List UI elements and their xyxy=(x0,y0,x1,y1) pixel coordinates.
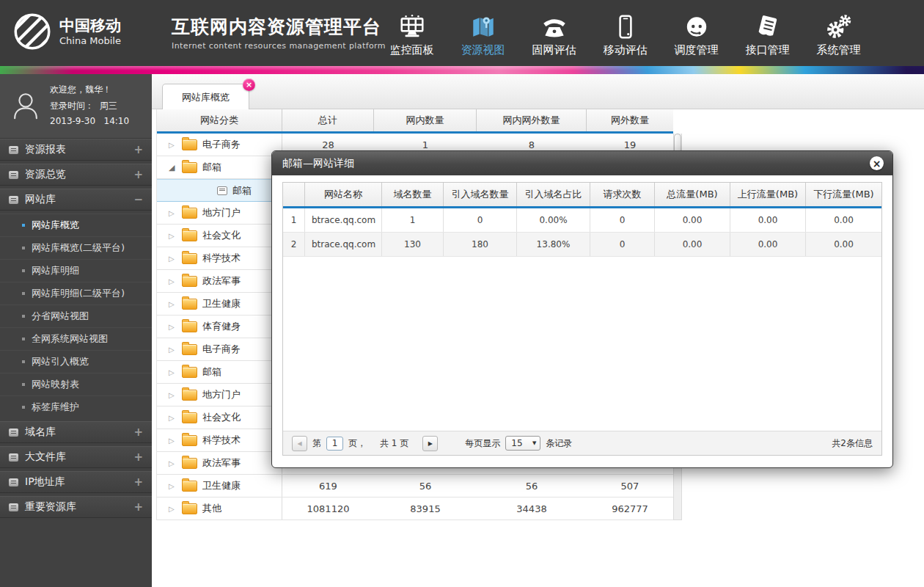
nav-dispatch-management[interactable]: 调度管理 xyxy=(661,7,732,57)
prev-page-button[interactable]: ◀ xyxy=(292,436,307,451)
table-header-row: 网站分类 总计 网内数量 网内网外数量 网外数量 xyxy=(157,109,673,134)
col-header-up-traffic: 上行流量(MB) xyxy=(730,183,806,206)
note-icon xyxy=(9,146,18,154)
close-icon[interactable]: × xyxy=(870,156,884,170)
page-suffix-label: 页， xyxy=(348,437,366,450)
nav-monitor-panel[interactable]: 监控面板 xyxy=(376,7,447,57)
sidebar-group-domain-library[interactable]: 域名库 + xyxy=(0,421,152,443)
user-panel: 欢迎您，魏华！ 登录时间： 周三 2013-9-30 14:10 xyxy=(0,74,152,139)
bullet-icon xyxy=(22,247,25,249)
modal-table-header-row: 网站名称 域名数量 引入域名数量 引入域名占比 请求次数 总流量(MB) 上行流… xyxy=(283,183,881,208)
sidebar-item-website-overview-l2[interactable]: 网站库概览(二级平台) xyxy=(0,236,152,259)
sidebar-item-website-detail-l2[interactable]: 网站库明细(二级平台) xyxy=(0,282,152,305)
login-time-label: 登录时间： 周三 xyxy=(50,98,129,114)
bullet-icon xyxy=(22,406,25,409)
modal-table-row[interactable]: 1 btrace.qq.com 1 0 0.00% 0 0.00 0.00 0.… xyxy=(283,208,881,233)
platform-title: 互联网内容资源管理平台 Internet content resources m… xyxy=(172,15,386,51)
collapse-arrow-icon[interactable]: ▷ xyxy=(169,232,177,240)
decorative-ribbon xyxy=(0,66,924,74)
collapse-arrow-icon[interactable]: ▷ xyxy=(169,459,177,467)
folder-icon xyxy=(182,208,197,219)
folder-icon xyxy=(182,458,197,469)
group-label: IP地址库 xyxy=(25,475,65,489)
collapse-arrow-icon[interactable]: ▷ xyxy=(169,300,177,308)
top-header: 中国移动 China Mobile 互联网内容资源管理平台 Internet c… xyxy=(0,0,924,66)
sidebar-item-website-overview[interactable]: 网站库概览 xyxy=(0,214,152,236)
collapse-arrow-icon[interactable]: ▷ xyxy=(169,414,177,422)
group-label: 大文件库 xyxy=(25,451,66,464)
mobile-icon xyxy=(612,9,639,41)
nav-system-management[interactable]: 系统管理 xyxy=(803,7,874,57)
nav-label: 接口管理 xyxy=(746,43,790,57)
expand-arrow-icon[interactable]: ◢ xyxy=(169,163,177,172)
collapse-arrow-icon[interactable]: ▷ xyxy=(169,368,177,376)
nav-mobile-eval[interactable]: 移动评估 xyxy=(590,7,661,57)
collapse-arrow-icon[interactable]: ▷ xyxy=(169,255,177,263)
sidebar-group-resource-overview[interactable]: 资源总览 + xyxy=(0,164,152,186)
document-icon xyxy=(217,186,227,195)
minus-icon: − xyxy=(133,193,143,206)
nav-label: 系统管理 xyxy=(817,43,861,57)
next-page-button[interactable]: ▶ xyxy=(422,436,438,451)
folder-icon xyxy=(182,435,197,446)
col-header-domain-count: 域名数量 xyxy=(382,183,444,206)
collapse-arrow-icon[interactable]: ▷ xyxy=(169,141,177,149)
col-header-site-name: 网站名称 xyxy=(305,183,382,206)
per-page-select[interactable]: 15 ▼ xyxy=(505,436,540,451)
col-header-import-ratio: 引入域名占比 xyxy=(517,183,590,206)
nav-resource-view[interactable]: 资源视图 xyxy=(447,7,518,57)
bullet-icon xyxy=(22,292,25,295)
sidebar-item-website-import-overview[interactable]: 网站引入概览 xyxy=(0,350,152,373)
collapse-arrow-icon[interactable]: ▷ xyxy=(169,505,177,513)
china-mobile-logo-icon xyxy=(12,11,53,52)
col-header-import-domain-count: 引入域名数量 xyxy=(444,183,517,206)
note-icon xyxy=(9,453,18,462)
tab-close-icon[interactable]: × xyxy=(243,79,255,91)
tab-website-overview[interactable]: 网站库概览 × xyxy=(162,84,249,111)
bullet-icon xyxy=(22,338,25,340)
collapse-arrow-icon[interactable]: ▷ xyxy=(169,391,177,399)
sidebar-group-website-library[interactable]: 网站库 − xyxy=(0,189,152,211)
sidebar-item-tag-library[interactable]: 标签库维护 xyxy=(0,395,152,418)
col-header-total-traffic: 总流量(MB) xyxy=(655,183,730,206)
sidebar-item-website-detail[interactable]: 网站库明细 xyxy=(0,259,152,282)
per-page-label: 每页显示 xyxy=(465,437,500,450)
group-label: 重要资源库 xyxy=(25,500,76,514)
open-folder-icon xyxy=(182,162,197,173)
col-header-index xyxy=(283,183,305,206)
bullet-icon xyxy=(22,383,25,386)
pagination-bar: ◀ 第 1 页， 共 1 页 ▶ 每页显示 15 ▼ 条记录 共2条信息 xyxy=(283,431,881,455)
nav-interface-management[interactable]: 接口管理 xyxy=(732,7,803,57)
sidebar-group-ip-library[interactable]: IP地址库 + xyxy=(0,471,152,493)
page-title: 互联网内容资源管理平台 xyxy=(172,15,386,39)
total-pages-label: 共 1 页 xyxy=(380,437,408,450)
plus-icon: + xyxy=(133,143,143,156)
operator-headset-icon xyxy=(683,9,711,41)
sidebar-item-province-view[interactable]: 分省网站视图 xyxy=(0,305,152,327)
table-row[interactable]: ▷其他 1081120 83915 34438 962777 xyxy=(157,497,673,520)
sidebar-item-website-mapping[interactable]: 网站映射表 xyxy=(0,373,152,395)
sidebar-item-whole-network-view[interactable]: 全网系统网站视图 xyxy=(0,327,152,350)
sidebar-group-big-file-library[interactable]: 大文件库 + xyxy=(0,446,152,468)
sidebar-group-important-resources[interactable]: 重要资源库 + xyxy=(0,496,152,518)
note-icon xyxy=(9,171,18,179)
collapse-arrow-icon[interactable]: ▷ xyxy=(169,437,177,445)
nav-fixed-network-eval[interactable]: 固网评估 xyxy=(518,7,590,57)
collapse-arrow-icon[interactable]: ▷ xyxy=(169,209,177,217)
bullet-icon xyxy=(22,269,25,272)
plus-icon: + xyxy=(133,451,143,464)
collapse-arrow-icon[interactable]: ▷ xyxy=(169,482,177,490)
collapse-arrow-icon[interactable]: ▷ xyxy=(169,346,177,354)
modal-body: 网站名称 域名数量 引入域名数量 引入域名占比 请求次数 总流量(MB) 上行流… xyxy=(272,175,892,467)
folder-icon xyxy=(182,253,197,264)
sidebar-group-resource-reports[interactable]: 资源报表 + xyxy=(0,139,152,161)
collapse-arrow-icon[interactable]: ▷ xyxy=(169,277,177,285)
modal-table-row[interactable]: 2 btrace.qq.com 130 180 13.80% 0 0.00 0.… xyxy=(283,233,881,257)
avatar xyxy=(9,90,43,123)
modal-table-empty-area xyxy=(283,257,881,431)
page-number-input[interactable]: 1 xyxy=(326,437,343,451)
china-mobile-logo: 中国移动 China Mobile xyxy=(12,11,121,52)
logo-text-cn: 中国移动 xyxy=(59,17,121,34)
collapse-arrow-icon[interactable]: ▷ xyxy=(169,323,177,331)
table-row[interactable]: ▷卫生健康 619 56 56 507 xyxy=(157,475,673,497)
